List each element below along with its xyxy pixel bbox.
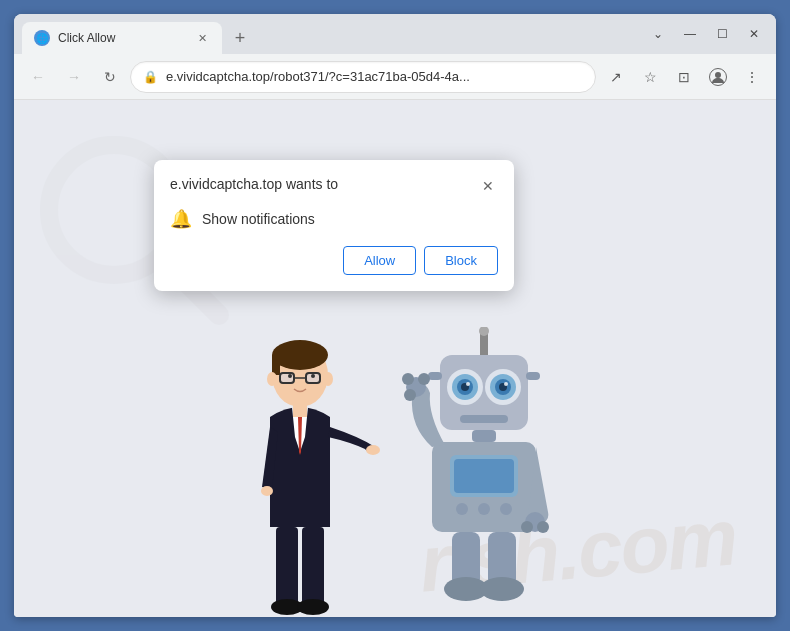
url-text: e.vividcaptcha.top/robot371/?c=31ac71ba-… (166, 69, 583, 84)
popup-close-button[interactable]: ✕ (478, 176, 498, 196)
svg-point-18 (323, 372, 333, 386)
svg-point-17 (267, 372, 277, 386)
back-button[interactable]: ← (22, 61, 54, 93)
svg-point-19 (288, 374, 292, 378)
refresh-button[interactable]: ↻ (94, 61, 126, 93)
svg-point-15 (297, 599, 329, 615)
svg-rect-40 (454, 459, 514, 493)
svg-rect-13 (302, 527, 324, 607)
tab-close-button[interactable]: ✕ (194, 30, 210, 46)
notification-label: Show notifications (202, 211, 315, 227)
split-view-button[interactable]: ⊡ (668, 61, 700, 93)
popup-buttons: Allow Block (170, 246, 498, 275)
svg-point-46 (418, 373, 430, 385)
close-button[interactable]: ✕ (740, 20, 768, 48)
popup-header: e.vividcaptcha.top wants to ✕ (170, 176, 498, 196)
browser-window: 🌐 Click Allow ✕ + ⌄ — ☐ ✕ ← → ↻ 🔒 e.vivi… (14, 14, 776, 617)
block-button[interactable]: Block (424, 246, 498, 275)
active-tab[interactable]: 🌐 Click Allow ✕ (22, 22, 222, 54)
forward-button[interactable]: → (58, 61, 90, 93)
svg-rect-25 (526, 372, 540, 380)
window-controls: ⌄ — ☐ ✕ (644, 20, 768, 48)
allow-button[interactable]: Allow (343, 246, 416, 275)
svg-point-54 (480, 577, 524, 601)
svg-rect-37 (472, 430, 496, 442)
person-illustration (220, 337, 380, 617)
share-button[interactable]: ↗ (600, 61, 632, 93)
svg-rect-24 (428, 372, 442, 380)
svg-point-1 (715, 72, 721, 78)
lock-icon: 🔒 (143, 70, 158, 84)
profile-indicator: ⌄ (644, 20, 672, 48)
toolbar: ← → ↻ 🔒 e.vividcaptcha.top/robot371/?c=3… (14, 54, 776, 100)
tab-title: Click Allow (58, 31, 186, 45)
title-bar: 🌐 Click Allow ✕ + ⌄ — ☐ ✕ (14, 14, 776, 54)
svg-point-47 (404, 389, 416, 401)
bookmark-button[interactable]: ☆ (634, 61, 666, 93)
svg-point-5 (272, 340, 328, 370)
svg-rect-12 (276, 527, 298, 607)
maximize-button[interactable]: ☐ (708, 20, 736, 48)
menu-button[interactable]: ⋮ (736, 61, 768, 93)
svg-rect-6 (272, 355, 280, 375)
svg-point-34 (466, 382, 470, 386)
popup-title: e.vividcaptcha.top wants to (170, 176, 338, 192)
address-bar[interactable]: 🔒 e.vividcaptcha.top/robot371/?c=31ac71b… (130, 61, 596, 93)
bell-icon: 🔔 (170, 208, 192, 230)
svg-rect-16 (293, 402, 307, 417)
svg-point-11 (261, 486, 273, 496)
svg-point-43 (500, 503, 512, 515)
tab-area: 🌐 Click Allow ✕ + (22, 14, 644, 54)
characters-area (220, 327, 570, 617)
svg-point-50 (537, 521, 549, 533)
robot-illustration (400, 327, 570, 617)
svg-point-42 (478, 503, 490, 515)
svg-point-20 (311, 374, 315, 378)
svg-point-45 (402, 373, 414, 385)
minimize-button[interactable]: — (676, 20, 704, 48)
new-tab-button[interactable]: + (226, 24, 254, 52)
profile-button[interactable] (702, 61, 734, 93)
svg-rect-36 (460, 415, 508, 423)
svg-point-35 (504, 382, 508, 386)
svg-rect-7 (280, 373, 294, 383)
notification-popup: e.vividcaptcha.top wants to ✕ 🔔 Show not… (154, 160, 514, 291)
svg-point-10 (366, 445, 380, 455)
tab-favicon: 🌐 (34, 30, 50, 46)
toolbar-actions: ↗ ☆ ⊡ ⋮ (600, 61, 768, 93)
svg-point-41 (456, 503, 468, 515)
svg-point-49 (521, 521, 533, 533)
page-content: rish.com e.vividcaptcha.top wants to ✕ 🔔… (14, 100, 776, 617)
popup-notification-row: 🔔 Show notifications (170, 208, 498, 230)
